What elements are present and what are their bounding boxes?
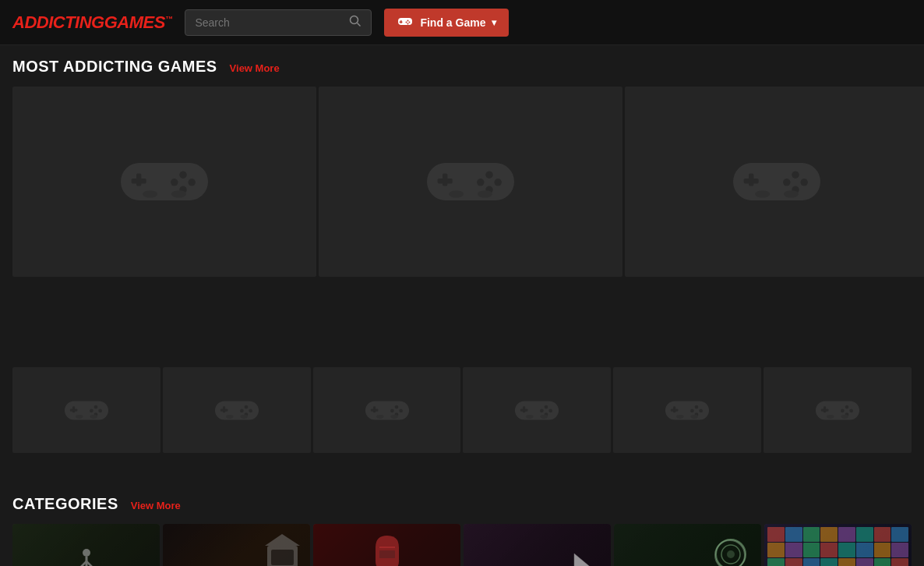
most-addicting-title: MOST ADDICTING GAMES xyxy=(12,58,217,76)
game-card-3[interactable] xyxy=(625,87,924,277)
strip-item-3 xyxy=(162,453,237,484)
game-card-7[interactable] xyxy=(463,367,611,453)
svg-point-77 xyxy=(690,409,694,412)
svg-point-8 xyxy=(407,23,409,24)
balance-icon xyxy=(714,538,747,566)
category-card-arena[interactable]: Arena › xyxy=(313,524,460,566)
logo[interactable]: ADDICTINGGAMES™ xyxy=(12,12,172,33)
svg-point-104 xyxy=(727,550,735,558)
game-card-5[interactable] xyxy=(163,367,311,453)
svg-rect-100 xyxy=(379,550,395,558)
game-card-2[interactable] xyxy=(319,87,622,277)
logo-games: GAMES xyxy=(104,12,165,32)
most-addicting-header: MOST ADDICTING GAMES View More xyxy=(12,58,912,76)
game-card-4[interactable] xyxy=(12,367,160,453)
most-addicting-view-more[interactable]: View More xyxy=(230,62,280,74)
avoider-cursor-icon xyxy=(571,550,599,566)
strip-item-11 xyxy=(762,453,837,484)
svg-point-41 xyxy=(90,409,93,412)
svg-point-76 xyxy=(699,409,703,412)
game-thumb-icon-9 xyxy=(806,389,869,432)
game-thumb-icon-3 xyxy=(714,139,839,225)
svg-point-31 xyxy=(800,179,808,186)
svg-point-53 xyxy=(240,415,248,419)
category-card-balance[interactable]: Balance › xyxy=(614,524,761,566)
categories-grid: Adventure › Arcade › xyxy=(12,524,912,566)
svg-point-0 xyxy=(351,16,358,23)
game-thumb-icon-7 xyxy=(506,389,568,432)
game-thumb-icon-5 xyxy=(206,389,268,432)
main-content: MOST ADDICTING GAMES View More xyxy=(0,45,924,566)
svg-point-50 xyxy=(240,409,244,412)
categories-view-more[interactable]: View More xyxy=(131,500,181,511)
svg-rect-74 xyxy=(671,409,679,411)
game-card-9[interactable] xyxy=(764,367,912,453)
svg-point-32 xyxy=(783,179,791,186)
svg-point-49 xyxy=(249,409,252,412)
category-card-adventure[interactable]: Adventure › xyxy=(12,524,160,566)
svg-point-71 xyxy=(541,415,548,419)
top-games-grid xyxy=(12,87,912,365)
game-card-6[interactable] xyxy=(313,367,461,453)
svg-point-44 xyxy=(90,415,97,419)
find-game-label: Find a Game xyxy=(420,16,485,29)
arcade-machine-icon xyxy=(261,530,304,566)
svg-point-88 xyxy=(827,415,834,419)
search-bar xyxy=(185,9,372,36)
svg-point-7 xyxy=(406,21,407,23)
svg-line-1 xyxy=(358,23,361,26)
svg-rect-4 xyxy=(400,21,403,23)
svg-point-35 xyxy=(784,190,799,198)
block-grid-icon xyxy=(764,524,912,566)
svg-point-70 xyxy=(526,415,534,419)
svg-point-5 xyxy=(407,19,409,21)
strip-item-1 xyxy=(12,453,87,484)
strip-item-4 xyxy=(238,453,312,484)
svg-point-89 xyxy=(841,415,848,419)
game-card-1[interactable] xyxy=(12,87,316,277)
categories-section: CATEGORIES View More Adventure xyxy=(12,495,912,566)
search-input[interactable] xyxy=(195,16,343,29)
svg-rect-97 xyxy=(271,550,294,565)
svg-point-85 xyxy=(849,409,853,412)
mid-strip xyxy=(12,453,912,484)
strip-item-8 xyxy=(537,453,612,484)
svg-point-67 xyxy=(549,409,553,412)
svg-point-52 xyxy=(226,415,234,419)
category-card-avoider[interactable]: Avoider › xyxy=(464,524,611,566)
category-card-block[interactable]: Block › xyxy=(764,524,912,566)
logo-addicting: ADDICTING xyxy=(12,12,104,32)
strip-item-9 xyxy=(612,453,686,484)
chevron-down-icon: ▾ xyxy=(492,17,496,28)
search-icon xyxy=(349,15,361,30)
strip-item-6 xyxy=(387,453,462,484)
strip-item-12 xyxy=(837,453,912,484)
svg-point-68 xyxy=(540,409,544,412)
categories-title: CATEGORIES xyxy=(12,495,118,513)
svg-point-22 xyxy=(494,179,502,186)
svg-point-14 xyxy=(171,179,178,186)
game-thumb-icon-1 xyxy=(102,139,227,225)
category-card-arcade[interactable]: Arcade › xyxy=(163,524,310,566)
svg-point-30 xyxy=(792,171,799,179)
svg-point-12 xyxy=(179,171,187,179)
svg-point-84 xyxy=(845,405,849,409)
strip-item-5 xyxy=(312,453,387,484)
strip-item-2 xyxy=(87,453,162,484)
svg-rect-29 xyxy=(744,179,759,183)
svg-point-48 xyxy=(244,405,248,409)
logo-tm: ™ xyxy=(165,14,173,23)
svg-point-34 xyxy=(755,190,770,198)
game-card-8[interactable] xyxy=(613,367,761,453)
svg-point-16 xyxy=(143,190,157,198)
svg-point-40 xyxy=(98,409,102,412)
strip-item-10 xyxy=(687,453,762,484)
svg-rect-38 xyxy=(70,409,78,411)
svg-rect-11 xyxy=(132,179,146,183)
svg-point-57 xyxy=(394,405,398,409)
game-thumb-icon-2 xyxy=(408,139,533,225)
find-game-button[interactable]: Find a Game ▾ xyxy=(384,9,509,37)
strip-item-7 xyxy=(462,453,537,484)
svg-rect-83 xyxy=(821,409,829,411)
svg-point-25 xyxy=(449,190,464,198)
